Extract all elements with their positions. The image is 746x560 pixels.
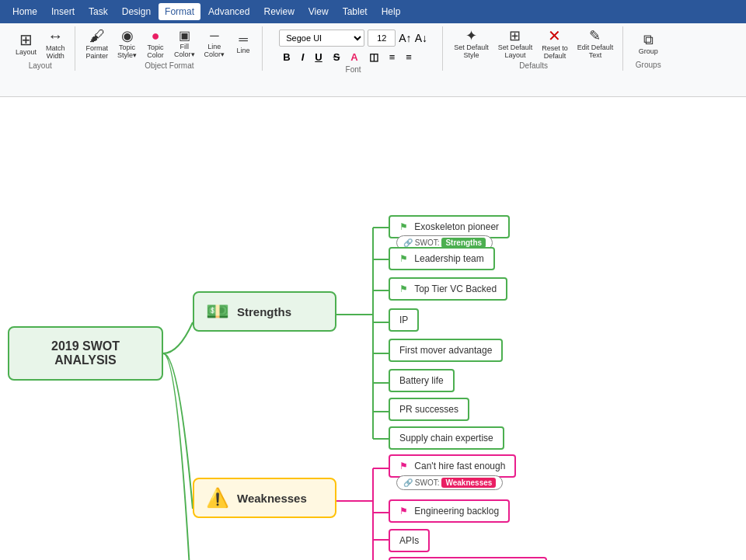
menu-view[interactable]: View <box>302 3 335 20</box>
font-grow-icon[interactable]: A↑ <box>399 32 411 44</box>
font-group-label: Font <box>346 65 361 75</box>
swot-tag-value-weaknesses: Weaknesses <box>441 478 496 488</box>
line-color-icon: ─ <box>210 30 218 42</box>
eng-backlog-text: Engineering backlog <box>414 506 499 517</box>
mindmap-canvas: 2019 SWOT ANALYSIS 💵 Strengths ⚑ Exoskel… <box>0 97 746 560</box>
leadership-text: Leadership team <box>414 253 483 264</box>
ribbon-group-layout: ⊞ Layout ↔ MatchWidth Layout <box>6 26 75 71</box>
menu-help[interactable]: Help <box>375 3 407 20</box>
ribbon-content: ⊞ Layout ↔ MatchWidth Layout 🖌 FormatPai… <box>0 23 746 74</box>
edit-default-icon: ✎ <box>589 29 601 43</box>
line-color-button[interactable]: ─ LineColor▾ <box>201 28 228 60</box>
defaults-group-label: Defaults <box>519 61 548 71</box>
font-size-input[interactable] <box>368 30 396 47</box>
pr-successes-text: PR successes <box>399 404 458 415</box>
strengths-label: Strengths <box>237 305 291 318</box>
group-icon: ⧉ <box>643 33 654 47</box>
menu-insert[interactable]: Insert <box>45 3 81 20</box>
swot-tag-weaknesses[interactable]: 🔗 SWOT: Weaknesses <box>396 475 503 490</box>
object-format-group-label: Object Format <box>145 61 193 71</box>
set-default-layout-button[interactable]: ⊞ Set DefaultLayout <box>495 27 536 61</box>
ribbon-group-groups: ⧉ Group Groups <box>625 26 671 71</box>
not-scaled-node[interactable]: Not scaled sufficiently, high costs <box>389 557 547 560</box>
topic-style-button[interactable]: ◉ TopicStyle▾ <box>114 27 140 61</box>
font-family-select[interactable]: Segoe UI <box>279 30 364 47</box>
format-painter-button[interactable]: 🖌 FormatPainter <box>83 26 112 61</box>
apis-node[interactable]: APIs <box>389 529 430 552</box>
match-width-icon: ↔ <box>47 28 63 43</box>
menu-review[interactable]: Review <box>257 3 300 20</box>
ribbon: ⊞ Layout ↔ MatchWidth Layout 🖌 FormatPai… <box>0 23 746 97</box>
ip-node[interactable]: IP <box>389 308 419 332</box>
vc-backed-text: Top Tier VC Backed <box>414 283 497 294</box>
supply-chain-node[interactable]: Supply chain expertise <box>389 426 504 450</box>
group-button[interactable]: ⧉ Group <box>636 31 661 57</box>
align-center-button[interactable]: ≡ <box>402 49 416 65</box>
topic-style-icon: ◉ <box>121 29 134 43</box>
set-default-style-button[interactable]: ✦ Set DefaultStyle <box>451 27 492 61</box>
menu-format[interactable]: Format <box>159 3 200 20</box>
set-default-layout-icon: ⊞ <box>509 29 521 43</box>
menu-home[interactable]: Home <box>6 3 44 20</box>
bold-button[interactable]: B <box>279 49 294 65</box>
first-mover-node[interactable]: First mover advantage <box>389 339 503 362</box>
fill-color-button[interactable]: ▣ FillColor▾ <box>171 28 198 60</box>
apis-text: APIs <box>399 535 419 546</box>
layout-icon: ⊞ <box>19 32 33 47</box>
ribbon-group-defaults: ✦ Set DefaultStyle ⊞ Set DefaultLayout ✕… <box>444 26 623 71</box>
menu-tablet[interactable]: Tablet <box>336 3 374 20</box>
supply-chain-text: Supply chain expertise <box>399 433 493 443</box>
set-default-style-icon: ✦ <box>465 29 477 43</box>
swot-title-box[interactable]: 2019 SWOT ANALYSIS <box>8 326 163 381</box>
weaknesses-label: Weaknesses <box>237 492 307 505</box>
strengths-category-box[interactable]: 💵 Strengths <box>193 291 336 332</box>
ribbon-group-object-format: 🖌 FormatPainter ◉ TopicStyle▾ ● TopicCol… <box>77 26 263 71</box>
match-width-button[interactable]: ↔ MatchWidth <box>43 26 68 61</box>
fill-color-icon: ▣ <box>179 30 190 42</box>
reset-to-default-button[interactable]: ✕ Reset toDefault <box>539 26 571 61</box>
topic-color-icon: ● <box>152 29 160 43</box>
highlight-button[interactable]: ◫ <box>365 49 382 65</box>
topic-color-button[interactable]: ● TopicColor <box>143 27 168 61</box>
ip-text: IP <box>399 315 408 325</box>
font-color-button[interactable]: A <box>347 49 361 65</box>
format-painter-icon: 🖌 <box>89 28 105 43</box>
strikethrough-button[interactable]: S <box>329 49 344 65</box>
menu-design[interactable]: Design <box>116 3 157 20</box>
cant-hire-text: Can't hire fast enough <box>414 461 505 471</box>
layout-button[interactable]: ⊞ Layout <box>12 30 40 57</box>
swot-tag-weakness-label: 🔗 SWOT: <box>403 478 439 487</box>
vc-backed-node[interactable]: ⚑ Top Tier VC Backed <box>389 277 507 301</box>
swot-tag-label: 🔗 SWOT: <box>403 238 439 247</box>
line-icon: ═ <box>239 33 247 46</box>
italic-button[interactable]: I <box>298 49 309 65</box>
line-button[interactable]: ═ Line <box>231 32 256 56</box>
reset-icon: ✕ <box>548 28 561 43</box>
leadership-node[interactable]: ⚑ Leadership team <box>389 247 495 270</box>
canvas-area: 2019 SWOT ANALYSIS 💵 Strengths ⚑ Exoskel… <box>0 97 746 560</box>
first-mover-text: First mover advantage <box>399 345 492 356</box>
menu-advanced[interactable]: Advanced <box>202 3 256 20</box>
ribbon-group-font: Segoe UI A↑ A↓ B I U S A ◫ ≡ ≡ Font <box>264 26 443 71</box>
weaknesses-category-box[interactable]: ⚠️ Weaknesses <box>193 478 336 518</box>
battery-life-text: Battery life <box>399 375 444 386</box>
battery-life-node[interactable]: Battery life <box>389 369 455 392</box>
swot-title-text: 2019 SWOT ANALYSIS <box>51 339 120 367</box>
eng-backlog-node[interactable]: ⚑ Engineering backlog <box>389 499 510 523</box>
font-shrink-icon[interactable]: A↓ <box>415 32 427 44</box>
weaknesses-icon: ⚠️ <box>206 487 229 509</box>
cant-hire-node[interactable]: ⚑ Can't hire fast enough <box>389 454 516 478</box>
layout-group-label: Layout <box>29 61 52 71</box>
strengths-icon: 💵 <box>206 301 229 322</box>
menu-task[interactable]: Task <box>82 3 114 20</box>
edit-default-text-button[interactable]: ✎ Edit DefaultText <box>574 27 617 61</box>
align-left-button[interactable]: ≡ <box>385 49 399 65</box>
exoskeleton-text: Exoskeleton pioneer <box>414 221 499 232</box>
menu-bar: Home Insert Task Design Format Advanced … <box>0 0 746 23</box>
groups-group-label: Groups <box>636 61 661 71</box>
underline-button[interactable]: U <box>311 49 326 65</box>
pr-successes-node[interactable]: PR successes <box>389 398 469 421</box>
